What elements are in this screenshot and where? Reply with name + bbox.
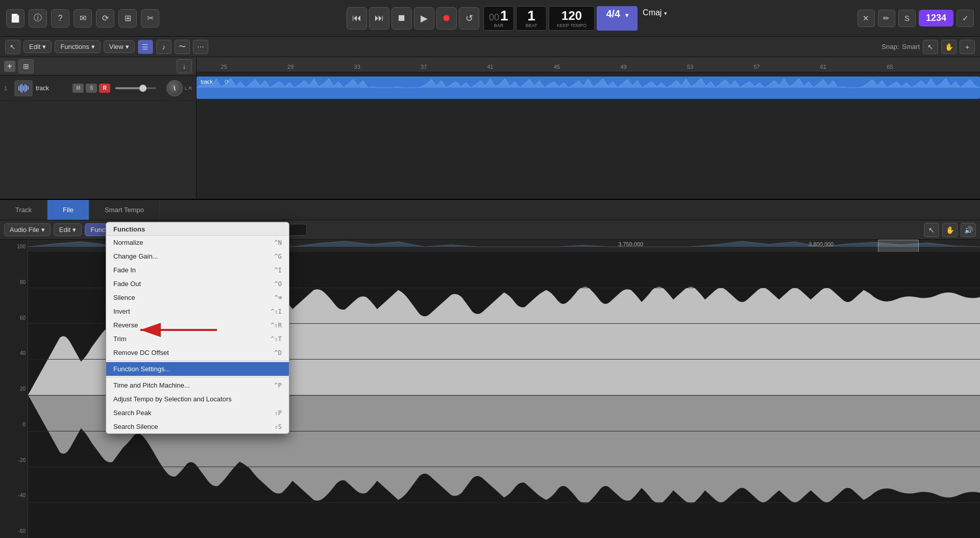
mute-button[interactable]: M [72, 84, 84, 93]
record-arm-button[interactable]: R [99, 84, 110, 93]
ruler-mark-65: 65 [887, 64, 893, 70]
cursor-tool-bottom[interactable]: ↖ [924, 223, 939, 237]
track-icon [14, 80, 33, 96]
edit-menu-button[interactable]: Edit ▾ [23, 40, 52, 53]
counter-display: 1234 [919, 10, 953, 27]
record-button[interactable]: ⏺ [436, 7, 457, 30]
menu-item-trim[interactable]: Trim ^⇧T [106, 332, 289, 346]
track-list: + ⊞ ↓ 1 track M S R [0, 57, 197, 199]
snap-label: Snap: [881, 43, 899, 50]
loop-button[interactable]: ⟳ [96, 9, 114, 28]
track-content: track ⟳ [197, 72, 980, 199]
play-button[interactable]: ▶ [414, 7, 434, 30]
cursor-tool[interactable]: ↖ [923, 40, 938, 54]
menu-item-invert[interactable]: Invert ^⇧I [106, 304, 289, 318]
right-toolbar: ✕ ✏ S 1234 ✓ [857, 10, 974, 27]
info-button[interactable]: ⓘ [29, 9, 47, 28]
beat-display: 1 BEAT [516, 6, 547, 31]
menu-item-reverse[interactable]: Reverse ^⇧R [106, 318, 289, 332]
note-view-button[interactable]: ♪ [156, 40, 172, 54]
stop-button[interactable]: ⏹ [391, 7, 412, 30]
doc-button[interactable]: 📄 [6, 9, 24, 28]
track-header-icon[interactable]: ⊞ [18, 59, 34, 73]
solo-button[interactable]: S [86, 84, 97, 93]
mixer-button[interactable]: ⊞ [118, 9, 137, 28]
track-row: 1 track M S R L [0, 75, 196, 101]
add-track-button[interactable]: + [4, 61, 15, 72]
rewind-button[interactable]: ⏮ [347, 7, 367, 30]
lr-label: L R [185, 86, 192, 91]
s-button[interactable]: S [898, 10, 916, 27]
menu-item-search-peak[interactable]: Search Peak ⇧P [106, 406, 289, 420]
hand-tool-bottom[interactable]: ✋ [942, 223, 958, 237]
checkmark-button[interactable]: ✓ [957, 10, 974, 27]
main-top-area: + ⊞ ↓ 1 track M S R [0, 57, 980, 200]
ruler-mark-45: 45 [554, 64, 560, 70]
menu-item-time-pitch[interactable]: Time and Pitch Machine... ^P [106, 378, 289, 392]
y-label-minus40: -40 [2, 493, 26, 498]
bounce-icon[interactable]: ↓ [177, 59, 192, 73]
bar-display: 00 1 BAR [483, 6, 514, 31]
cycle-button[interactable]: ↺ [459, 7, 479, 30]
menu-item-change-gain[interactable]: Change Gain... ^G [106, 249, 289, 263]
ruler-mark-37: 37 [421, 64, 427, 70]
y-axis: 100 80 60 40 20 0 -20 -40 -60 [0, 240, 28, 538]
position-display: 00 1 BAR 1 BEAT 120 KEEP TEMPO 4/4 ▾ Cma… [483, 6, 670, 31]
ruler-mark-53: 53 [687, 64, 693, 70]
tempo-display[interactable]: 120 KEEP TEMPO [549, 6, 595, 31]
hand-tool[interactable]: ✋ [941, 40, 957, 54]
view-menu-button-top[interactable]: View ▾ [104, 40, 135, 53]
y-label-minus60: -60 [2, 528, 26, 534]
key-display[interactable]: Cmaj ▾ [640, 6, 670, 31]
timeline-ruler: 25 29 33 37 41 45 49 53 57 61 65 [197, 57, 980, 72]
track-controls: M S R L R [72, 80, 192, 96]
ruler-mark-57: 57 [753, 64, 760, 70]
menu-item-search-silence[interactable]: Search Silence ⇧S [106, 420, 289, 433]
y-label-0: 0 [2, 422, 26, 427]
menu-item-normalize[interactable]: Normalize ^N [106, 236, 289, 249]
x-button[interactable]: ✕ [857, 10, 875, 27]
help-button[interactable]: ? [51, 9, 69, 28]
add-icon[interactable]: + [960, 40, 975, 54]
menu-item-remove-dc[interactable]: Remove DC Offset ^D [106, 346, 289, 360]
region-label: track [201, 79, 213, 85]
waveform-view-button[interactable]: 〜 [175, 40, 190, 54]
track-name: track [36, 85, 49, 92]
menu-item-function-settings[interactable]: Function Settings... [106, 362, 289, 376]
audio-region[interactable]: track ⟳ [197, 76, 980, 99]
time-signature-display[interactable]: 4/4 ▾ [597, 6, 638, 31]
bottom-tabs: Track File Smart Tempo [0, 200, 980, 220]
fastforward-button[interactable]: ⏭ [369, 7, 389, 30]
speaker-icon[interactable]: 🔊 [961, 223, 976, 237]
y-label-100: 100 [2, 244, 26, 249]
edit-menu-button-bottom[interactable]: Edit ▾ [54, 223, 82, 236]
menu-item-fade-out[interactable]: Fade Out ^O [106, 277, 289, 291]
region-waveform [197, 76, 980, 99]
midi-view-button[interactable]: ⋯ [193, 40, 208, 54]
functions-menu-button-top[interactable]: Functions ▾ [55, 40, 100, 53]
mail-button[interactable]: ✉ [74, 9, 92, 28]
audio-file-menu-button[interactable]: Audio File ▾ [4, 223, 51, 236]
track-number: 1 [4, 85, 11, 91]
scissors-button[interactable]: ✂ [141, 9, 159, 28]
ruler-mark-41: 41 [487, 64, 494, 70]
ruler-mark-61: 61 [820, 64, 826, 70]
menu-item-adjust-tempo[interactable]: Adjust Tempo by Selection and Locators [106, 392, 289, 406]
functions-dropdown-menu: Functions Normalize ^N Change Gain... ^G… [106, 222, 289, 434]
menu-item-fade-in[interactable]: Fade In ^I [106, 263, 289, 277]
cursor-icon: ↖ [5, 40, 20, 54]
snap-value: Smart [902, 43, 920, 50]
tab-file[interactable]: File [47, 200, 89, 220]
tab-smart-tempo[interactable]: Smart Tempo [89, 200, 160, 220]
y-label-80: 80 [2, 279, 26, 285]
menu-item-silence[interactable]: Silence ^⌫ [106, 291, 289, 304]
timeline-area: 25 29 33 37 41 45 49 53 57 61 65 track ⟳ [197, 57, 980, 199]
track-list-header: + ⊞ ↓ [0, 57, 196, 75]
track-volume-slider[interactable] [115, 87, 156, 89]
tab-track[interactable]: Track [0, 200, 47, 220]
volume-knob[interactable] [139, 85, 146, 92]
pencil-button[interactable]: ✏ [878, 10, 895, 27]
pan-knob[interactable] [166, 80, 183, 96]
pan-indicator [174, 85, 176, 90]
list-view-button[interactable]: ☰ [138, 40, 153, 54]
